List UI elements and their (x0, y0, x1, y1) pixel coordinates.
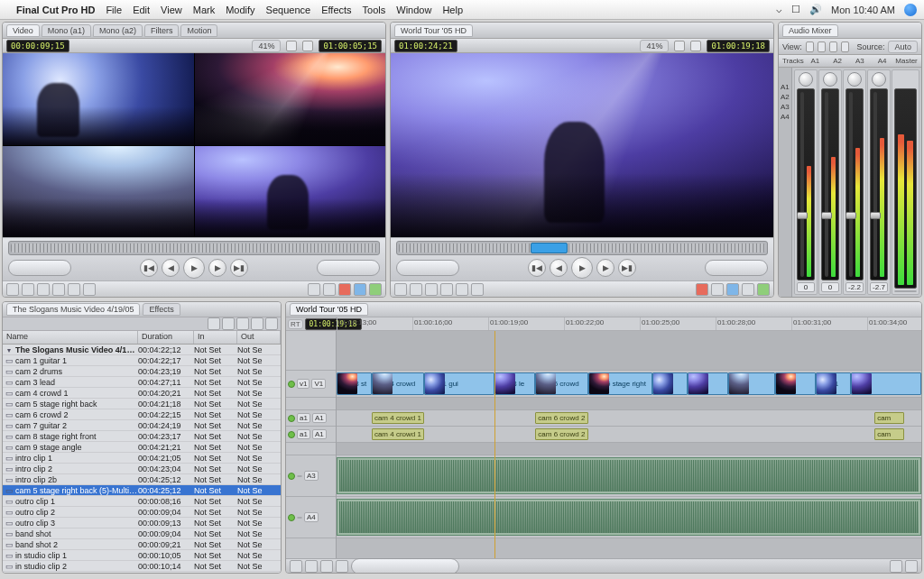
mixer-channel-a4[interactable]: -2.7 (867, 69, 891, 295)
track-src[interactable] (297, 475, 302, 477)
browser-clip[interactable]: ▭cam 7 guitar 200:04:24;19Not SetNot Se (3, 420, 281, 431)
track-lane-v1[interactable]: cam 8 stcam 4 crowdcam 1 guicam 3 lecam … (337, 371, 921, 398)
pan-knob[interactable] (872, 72, 886, 87)
menu-help[interactable]: Help (442, 5, 463, 15)
browser-tab-project[interactable]: The Slogans Music Video 4/19/05 (6, 303, 140, 316)
track-dest[interactable]: V1 (311, 379, 326, 389)
timeline-audio-clip[interactable]: cam 4 crowd 1 (372, 412, 424, 424)
canvas-mark-out[interactable] (410, 283, 422, 296)
mixer-view-2[interactable] (818, 41, 826, 52)
mixer-channel-a2[interactable]: 0 (818, 69, 842, 295)
browser-clip[interactable]: ▭lead solo clip00:00:10;14Not SetNot Se (3, 572, 281, 573)
mixer-view-1[interactable] (806, 41, 814, 52)
track-lane-a4[interactable] (337, 497, 921, 538)
browser-clip[interactable]: ▭band shot00:00:09;04Not SetNot Se (3, 528, 281, 539)
pan-knob[interactable] (823, 72, 837, 87)
timeline-video-clip[interactable] (775, 372, 816, 395)
menu-effects[interactable]: Effects (321, 5, 351, 15)
timeline-ruler[interactable]: RT 01:00:19;18 01:00:13;0001:00:16;0001:… (286, 317, 921, 331)
viewer-tab-mono-a1[interactable]: Mono (a1) (42, 24, 91, 37)
volume-icon[interactable]: 🔊 (809, 4, 822, 15)
track-head[interactable] (286, 331, 336, 371)
browser-clip[interactable]: ▭outro clip 100:00:08;16Not SetNot Se (3, 496, 281, 507)
canvas-tab-sequence[interactable]: World Tour '05 HD (394, 24, 473, 37)
browser-clip[interactable]: ▭cam 9 stage angle00:04:21;21Not SetNot … (3, 442, 281, 453)
canvas-image[interactable] (391, 53, 773, 237)
viewer-mark-in[interactable] (6, 283, 19, 296)
col-duration[interactable]: Duration (138, 331, 194, 344)
track-src[interactable] (297, 517, 302, 519)
displays-icon[interactable]: ☐ (791, 4, 800, 15)
timeline-video-clip[interactable]: cam 4 crowd (372, 372, 424, 395)
canvas-add-keyframe[interactable] (440, 283, 453, 296)
viewer-tab-video[interactable]: Video (6, 24, 40, 37)
timeline-video-clip[interactable]: cam 5 stage right (588, 372, 652, 395)
canvas-scrubber[interactable] (396, 241, 768, 255)
track-head[interactable]: a1A1 (286, 427, 336, 443)
viewer-match-frame[interactable] (83, 283, 96, 296)
menu-tools[interactable]: Tools (363, 5, 386, 15)
browser-clip[interactable]: ▭outro clip 200:00:09;04Not SetNot Se (3, 507, 281, 518)
viewer-mark-clip[interactable] (68, 283, 80, 296)
app-name[interactable]: Final Cut Pro HD (16, 5, 95, 15)
browser-tool-2[interactable] (222, 317, 235, 330)
timeline-audio-clip[interactable]: cam (874, 412, 903, 424)
canvas-fit-to-fill[interactable] (742, 283, 754, 296)
browser-clip[interactable]: ▭in studio clip 200:00:10;14Not SetNot S… (3, 561, 281, 572)
tl-btm-toggle-3[interactable] (320, 560, 333, 573)
mixer-side-a1[interactable]: A1 (779, 82, 791, 92)
track-dest[interactable]: A1 (312, 413, 327, 423)
canvas-mark-in[interactable] (394, 283, 407, 296)
viewer-angle-2[interactable] (195, 53, 386, 145)
canvas-fit[interactable]: 41% (640, 40, 669, 52)
canvas-shuttle[interactable] (396, 260, 459, 276)
track-enable-dot[interactable] (288, 415, 295, 422)
track-lane-a1[interactable]: cam 4 crowd 1cam 6 crowd 2cam (337, 410, 921, 427)
timeline-playhead[interactable] (494, 331, 495, 558)
tl-zoom-slider[interactable] (351, 558, 459, 574)
viewer-angle-3[interactable] (3, 146, 194, 238)
timeline-video-clip[interactable] (851, 372, 921, 395)
timeline-video-clip[interactable]: cam 1 gui (424, 372, 494, 395)
viewer-scrubber[interactable] (8, 241, 380, 255)
viewer-overwrite[interactable] (354, 283, 366, 296)
viewer-layout-menu[interactable] (302, 41, 313, 51)
mixer-side-a3[interactable]: A3 (779, 102, 791, 112)
viewer-step-back[interactable]: ◀ (162, 259, 180, 277)
browser-clip[interactable]: ▭cam 6 crowd 200:04:22;15Not SetNot Se (3, 409, 281, 420)
browser-clip[interactable]: ▭intro clip 100:04:21;05Not SetNot Se (3, 453, 281, 464)
viewer-next-edit[interactable]: ▶▮ (230, 259, 248, 277)
track-enable-dot[interactable] (288, 431, 295, 438)
track-enable-dot[interactable] (288, 473, 295, 480)
viewer-recent[interactable] (308, 283, 320, 296)
viewer-fit[interactable]: 41% (252, 40, 281, 52)
viewer-tab-motion[interactable]: Motion (180, 24, 217, 37)
browser-tool-5[interactable] (265, 317, 278, 330)
fader[interactable] (825, 92, 828, 277)
fader[interactable] (873, 92, 877, 277)
viewer-prev-edit[interactable]: ▮◀ (140, 259, 158, 277)
track-head[interactable]: v1V1 (286, 371, 336, 398)
viewer-play[interactable]: ▶ (183, 257, 205, 279)
timeline-video-clip[interactable]: cam 1 (816, 372, 851, 395)
timeline-audio-clip[interactable]: cam 6 crowd 2 (535, 428, 587, 440)
timeline-video-clip[interactable] (688, 372, 728, 395)
col-out[interactable]: Out (237, 331, 281, 344)
viewer-view-menu[interactable] (286, 41, 297, 51)
browser-list[interactable]: The Slogans Music Video 4/19/0500:04:22;… (3, 345, 281, 573)
viewer-tab-filters[interactable]: Filters (144, 24, 180, 37)
browser-tool-4[interactable] (251, 317, 263, 330)
viewer-replace[interactable] (369, 283, 382, 296)
viewer-add-keyframe[interactable] (52, 283, 65, 296)
canvas-play[interactable]: ▶ (571, 257, 593, 279)
canvas-layout-menu[interactable] (690, 41, 701, 51)
timeline-audio-waveform[interactable] (337, 457, 921, 494)
track-lane-a2[interactable]: cam 4 crowd 1cam 6 crowd 2cam (337, 427, 921, 443)
timeline-video-clip[interactable]: cam 6 crowd (535, 372, 587, 395)
timeline-audio-clip[interactable]: cam 6 crowd 2 (535, 412, 587, 424)
tl-btm-link[interactable] (890, 560, 902, 573)
track-lane-a3[interactable] (337, 455, 921, 497)
track-dest[interactable]: A3 (304, 471, 319, 481)
col-name[interactable]: Name (3, 331, 138, 344)
tl-btm-toggle-4[interactable] (336, 560, 348, 573)
